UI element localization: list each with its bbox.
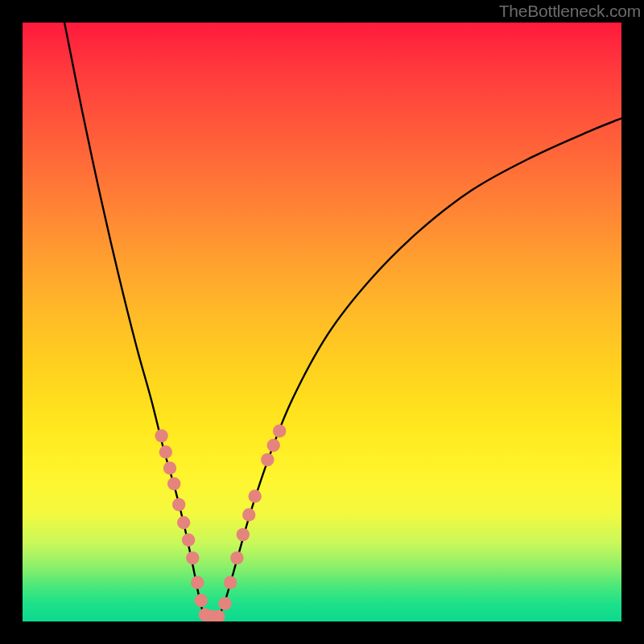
scatter-dot — [191, 576, 204, 588]
scatter-dot — [186, 551, 199, 564]
scatter-dot — [218, 597, 231, 609]
scatter-dot — [237, 528, 250, 541]
scatter-dot — [273, 424, 286, 437]
scatter-dot — [155, 429, 167, 442]
scatter-dot — [242, 508, 255, 521]
scatter-dot — [205, 610, 218, 621]
scatter-dot — [261, 453, 274, 466]
chart-svg — [23, 23, 621, 621]
scatter-dot — [167, 477, 180, 490]
curve-right-branch — [217, 118, 621, 621]
chart-frame: TheBottleneck.com — [0, 0, 644, 644]
scatter-dot — [224, 576, 237, 588]
scatter-dot — [195, 594, 208, 607]
scatter-dots — [155, 424, 286, 621]
scatter-dot — [248, 489, 261, 502]
scatter-dot — [159, 445, 172, 458]
curve-left-branch — [64, 23, 205, 621]
scatter-dot — [267, 439, 280, 452]
scatter-dot — [230, 551, 243, 564]
watermark-text: TheBottleneck.com — [499, 2, 641, 21]
scatter-dot — [212, 610, 225, 621]
scatter-dot — [163, 461, 176, 474]
scatter-dot — [182, 534, 195, 547]
scatter-dot — [199, 609, 212, 621]
plot-area — [23, 23, 621, 621]
scatter-dot — [172, 498, 185, 511]
curve-lines — [64, 23, 621, 621]
scatter-dot — [177, 516, 190, 529]
